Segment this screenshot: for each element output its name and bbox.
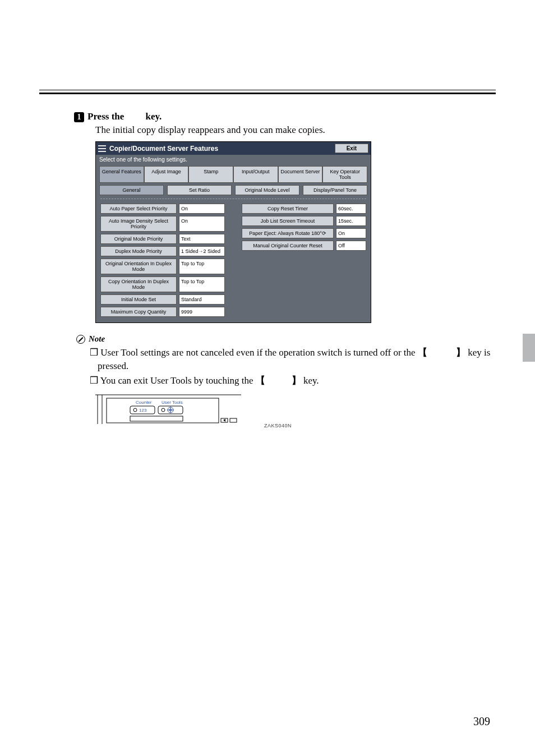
setting-label[interactable]: Copy Orientation In Duplex Mode	[100, 276, 177, 292]
setting-row: Maximum Copy Quantity 9999	[100, 307, 225, 317]
setting-value: Standard	[179, 294, 225, 305]
screenshot-subtabs: General Set Ratio Original Mode Level Di…	[96, 183, 371, 195]
bracket-close: 】	[456, 347, 465, 358]
subtab-general[interactable]: General	[99, 185, 164, 195]
setting-row: Auto Image Density Select Priority On	[100, 216, 225, 232]
note-item-2b: key.	[301, 375, 319, 386]
setting-label[interactable]: Duplex Mode Priority	[100, 246, 177, 256]
control-panel-figure: Counter User Tools 123 ZAKS040N	[95, 393, 258, 426]
setting-value: On	[179, 204, 225, 214]
subtab-display-panel-tone[interactable]: Display/Panel Tone	[303, 185, 367, 195]
step-text: Press the key.	[87, 111, 162, 122]
figure-code: ZAKS040N	[264, 423, 292, 428]
setting-label[interactable]: Auto Paper Select Priority	[100, 204, 177, 214]
note-item-1a: User Tool settings are not canceled even…	[100, 347, 418, 358]
setting-value: 9999	[179, 307, 225, 317]
settings-right-column: Copy Reset Timer 60sec. Job List Screen …	[242, 201, 366, 317]
step-badge: 1	[74, 112, 84, 122]
svg-text:123: 123	[139, 408, 147, 413]
step-text-prefix: Press the	[87, 111, 127, 122]
control-panel-svg: Counter User Tools 123	[95, 393, 241, 426]
note-block: Note ❒ User Tool settings are not cancel…	[90, 334, 496, 387]
setting-value: 15sec.	[336, 216, 366, 226]
dashed-divider	[100, 199, 366, 199]
setting-label[interactable]: Maximum Copy Quantity	[100, 307, 177, 317]
counter-label: Counter	[136, 400, 152, 405]
step-1: 1 Press the key.	[74, 111, 496, 122]
note-list: ❒ User Tool settings are not canceled ev…	[90, 346, 496, 387]
setting-row: Initial Mode Set Standard	[100, 294, 225, 305]
setting-value: 1 Sided→2 Sided	[179, 246, 225, 256]
settings-left-column: Auto Paper Select Priority On Auto Image…	[100, 201, 225, 317]
rule-thin	[39, 90, 496, 90]
setting-value: Text	[179, 234, 225, 244]
setting-row: Job List Screen Timeout 15sec.	[242, 216, 366, 226]
tab-stamp[interactable]: Stamp	[188, 166, 233, 183]
note-item-2a: You can exit User Tools by touching the	[100, 375, 256, 386]
setting-value: 60sec.	[336, 204, 366, 214]
tab-document-server[interactable]: Document Server	[278, 166, 323, 183]
screenshot-title: Copier/Document Server Features	[109, 145, 218, 153]
setting-value: On	[179, 216, 225, 232]
bracket-open: 【	[418, 347, 427, 358]
setting-label[interactable]: Paper Eject: Always Rotate 180°⟳	[242, 228, 334, 238]
setting-label[interactable]: Manual Original Counter Reset	[242, 241, 334, 251]
step-text-gap	[127, 111, 144, 122]
setting-row: Paper Eject: Always Rotate 180°⟳ On	[242, 228, 366, 238]
bracket-open: 【	[256, 375, 265, 386]
note-item-2: ❒ You can exit User Tools by touching th…	[90, 374, 496, 388]
rule-thick	[39, 93, 496, 94]
step-text-suffix: key.	[146, 111, 162, 122]
setting-value: Off	[336, 241, 366, 251]
subtab-set-ratio[interactable]: Set Ratio	[167, 185, 232, 195]
setting-row: Copy Orientation In Duplex Mode Top to T…	[100, 276, 225, 292]
svg-point-7	[133, 408, 137, 412]
tab-key-operator-tools[interactable]: Key Operator Tools	[322, 166, 367, 183]
setting-row: Manual Original Counter Reset Off	[242, 241, 366, 251]
menu-icon	[98, 145, 106, 152]
setting-label[interactable]: Original Mode Priority	[100, 234, 177, 244]
setting-row: Duplex Mode Priority 1 Sided→2 Sided	[100, 246, 225, 256]
setting-row: Auto Paper Select Priority On	[100, 204, 225, 214]
setting-label[interactable]: Copy Reset Timer	[242, 204, 334, 214]
setting-label[interactable]: Original Orientation In Duplex Mode	[100, 259, 177, 274]
page-number: 309	[473, 715, 490, 728]
usertools-label: User Tools	[162, 400, 183, 405]
side-tab	[523, 334, 535, 362]
setting-value: On	[336, 228, 366, 238]
screenshot-instruction: Select one of the following settings.	[96, 155, 371, 166]
setting-value: Top to Top	[179, 259, 225, 274]
features-screenshot: Copier/Document Server Features Exit Sel…	[95, 141, 371, 323]
setting-label[interactable]: Auto Image Density Select Priority	[100, 216, 177, 232]
note-heading: Note	[76, 334, 496, 344]
setting-row: Copy Reset Timer 60sec.	[242, 204, 366, 214]
subtab-original-mode-level[interactable]: Original Mode Level	[235, 185, 299, 195]
pencil-icon	[76, 335, 85, 344]
setting-value: Top to Top	[179, 276, 225, 292]
note-heading-text: Note	[89, 334, 105, 344]
bracket-close: 】	[292, 375, 301, 386]
setting-label[interactable]: Initial Mode Set	[100, 294, 177, 305]
exit-button[interactable]: Exit	[335, 144, 368, 153]
note-item-1: ❒ User Tool settings are not canceled ev…	[90, 346, 496, 373]
body-line: The initial copy display reappears and y…	[95, 125, 496, 136]
setting-label[interactable]: Job List Screen Timeout	[242, 216, 334, 226]
setting-row: Original Orientation In Duplex Mode Top …	[100, 259, 225, 274]
screenshot-titlebar: Copier/Document Server Features Exit	[96, 142, 371, 155]
tab-general-features[interactable]: General Features	[99, 166, 144, 183]
tab-input-output[interactable]: Input/Output	[233, 166, 278, 183]
svg-rect-18	[230, 418, 237, 422]
svg-point-10	[162, 408, 165, 412]
svg-rect-15	[130, 416, 183, 421]
tab-adjust-image[interactable]: Adjust Image	[144, 166, 189, 183]
screenshot-tabs: General Features Adjust Image Stamp Inpu…	[96, 166, 371, 183]
setting-row: Original Mode Priority Text	[100, 234, 225, 244]
svg-marker-17	[223, 419, 225, 422]
